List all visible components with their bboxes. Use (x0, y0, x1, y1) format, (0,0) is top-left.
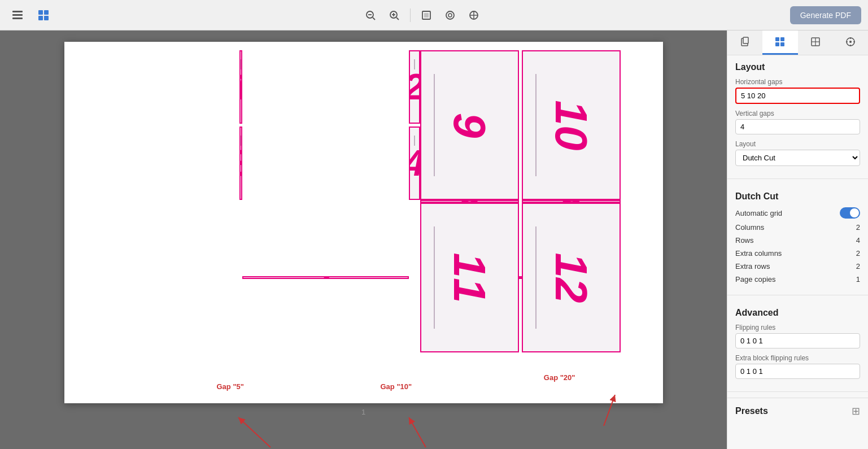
svg-point-16 (446, 11, 454, 19)
toolbar-right: Generate PDF (790, 6, 861, 24)
toggle-knob (850, 208, 859, 217)
tall-line-9 (434, 74, 435, 176)
cell-10: 10 (522, 50, 621, 200)
extra-block-label: Extra block flipping rules (735, 354, 860, 362)
svg-line-13 (396, 18, 399, 20)
toolbar-center (59, 6, 786, 24)
cell-tick-3 (240, 136, 241, 146)
layout-title: Layout (735, 62, 860, 72)
cell-4: 4 (409, 127, 420, 200)
cell-12: 12 (522, 203, 621, 352)
cell-number-10: 10 (548, 100, 594, 150)
panel-layout-btn[interactable] (762, 30, 797, 55)
cell-7: 7 (242, 276, 409, 279)
tall-line-11 (434, 226, 435, 329)
extra-columns-value: 2 (856, 249, 860, 258)
cell-number-12: 12 (548, 252, 594, 303)
tall-line-10 (535, 74, 536, 176)
extra-block-field: Extra block flipping rules (735, 354, 860, 379)
imposition-grid: 1 2 9 10 (73, 50, 655, 352)
svg-point-17 (448, 14, 452, 17)
extra-rows-row: Extra rows 2 (735, 262, 860, 271)
svg-line-22 (409, 417, 426, 447)
cell-number-4: 4 (409, 145, 420, 181)
flipping-rules-input[interactable] (735, 333, 860, 348)
cell-1: 1 (239, 50, 242, 124)
cell-9: 9 (420, 50, 519, 200)
svg-rect-27 (780, 37, 784, 41)
dutch-cut-section: Dutch Cut Automatic grid Columns 2 Rows … (727, 185, 868, 293)
layout-section: Layout Horizontal gaps Vertical gaps Lay… (727, 55, 868, 176)
advanced-title: Advanced (735, 308, 860, 318)
main-area: 1 2 9 10 (0, 30, 868, 449)
dutch-cut-title: Dutch Cut (735, 191, 860, 202)
page-copies-label: Page copies (735, 275, 776, 284)
panel-copy-btn[interactable] (727, 30, 762, 55)
svg-line-23 (604, 395, 615, 426)
vertical-gaps-input[interactable] (735, 119, 860, 134)
cell-tick-2 (414, 59, 415, 69)
layout-select[interactable]: Dutch Cut Standard Step and Repeat (735, 150, 860, 166)
svg-rect-3 (38, 10, 43, 15)
cell-number-3: 3 (239, 145, 242, 181)
right-panel: Layout Horizontal gaps Vertical gaps Lay… (727, 30, 868, 449)
page-canvas: 1 2 9 10 (64, 42, 663, 403)
horizontal-gaps-input[interactable] (735, 88, 860, 104)
layout-field: Layout Dutch Cut Standard Step and Repea… (735, 140, 860, 166)
svg-line-9 (373, 18, 375, 20)
svg-point-38 (849, 41, 852, 43)
toolbar: Generate PDF (0, 0, 868, 30)
flipping-rules-field: Flipping rules (735, 324, 860, 348)
cell-8: 8 (519, 276, 522, 279)
cell-number-1: 1 (239, 69, 242, 105)
extra-block-input[interactable] (735, 364, 860, 379)
svg-rect-6 (44, 16, 49, 20)
cell-2: 2 (409, 50, 420, 124)
extra-rows-label: Extra rows (735, 262, 770, 271)
cell-number-9: 9 (447, 112, 492, 138)
gap10-label: Gap "10" (381, 382, 412, 391)
gap5-label: Gap "5" (217, 382, 244, 391)
columns-row: Columns 2 (735, 223, 860, 232)
zoom-out-btn[interactable] (360, 6, 381, 24)
fit-page-btn[interactable] (416, 6, 437, 24)
automatic-grid-row: Automatic grid (735, 207, 860, 219)
presets-section: Presets ⊞ (727, 398, 868, 424)
panel-icon-bar (727, 30, 868, 55)
rows-value: 4 (856, 236, 860, 245)
layout-view-btn[interactable] (7, 6, 28, 25)
flipping-rules-label: Flipping rules (735, 324, 860, 332)
toolbar-left (7, 6, 54, 25)
layout-select-label: Layout (735, 140, 860, 148)
cell-number-2: 2 (409, 69, 420, 105)
actual-size-btn[interactable] (464, 6, 484, 24)
gap20-label: Gap "20" (544, 373, 575, 382)
grid-view-btn[interactable] (33, 6, 54, 25)
extra-rows-value: 2 (856, 262, 860, 271)
svg-rect-1 (12, 14, 23, 16)
generate-pdf-button[interactable]: Generate PDF (790, 6, 861, 24)
svg-rect-26 (775, 37, 779, 41)
cell-tick-1 (240, 59, 241, 69)
svg-rect-29 (780, 42, 784, 46)
svg-rect-25 (743, 37, 748, 43)
rows-label: Rows (735, 236, 754, 245)
automatic-grid-toggle[interactable] (840, 207, 860, 219)
canvas-area: 1 2 9 10 (0, 30, 727, 449)
svg-rect-0 (12, 11, 23, 12)
zoom-in-btn[interactable] (384, 6, 404, 24)
page-number: 1 (361, 408, 365, 416)
vertical-gaps-field: Vertical gaps (735, 110, 860, 134)
cell-number-8: 8 (519, 276, 522, 279)
svg-rect-28 (775, 42, 779, 46)
svg-rect-5 (38, 16, 43, 20)
columns-label: Columns (735, 223, 764, 232)
svg-line-21 (238, 417, 271, 447)
panel-crosshair-btn[interactable] (833, 30, 868, 55)
rows-row: Rows 4 (735, 236, 860, 245)
presets-grid-icon[interactable]: ⊞ (852, 405, 860, 417)
fit-width-btn[interactable] (440, 6, 460, 24)
svg-rect-4 (44, 10, 49, 15)
cell-number-11: 11 (447, 252, 492, 303)
panel-marks-btn[interactable] (798, 30, 833, 55)
